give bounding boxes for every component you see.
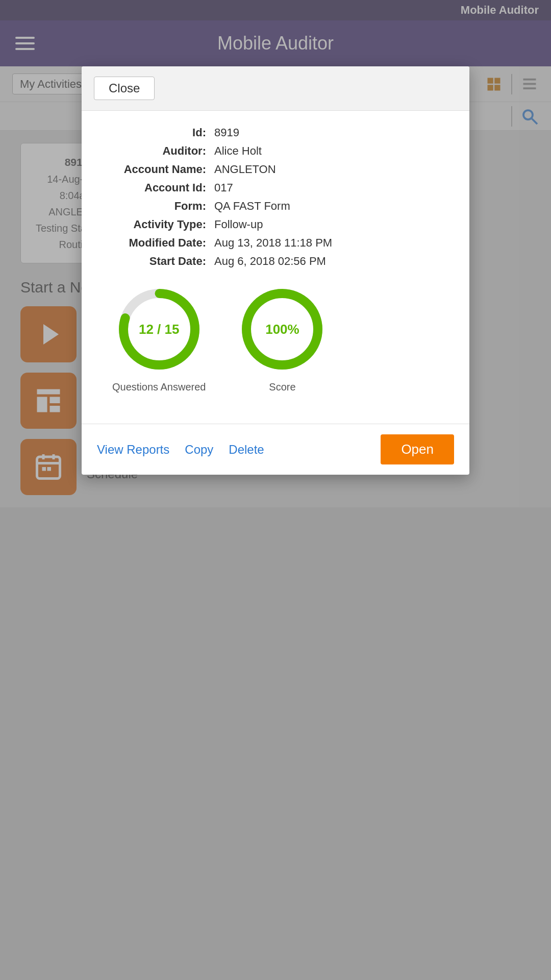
activity-detail-modal: Close Id: 8919 Auditor: Alice Holt Accou… [82,66,469,475]
detail-row-auditor: Auditor: Alice Holt [102,144,449,158]
value-id: 8919 [214,126,239,139]
score-label: Score [269,381,295,393]
close-button[interactable]: Close [94,77,155,100]
delete-button[interactable]: Delete [229,443,264,457]
detail-row-form: Form: QA FAST Form [102,200,449,213]
value-start-date: Aug 6, 2018 02:56 PM [214,255,326,268]
open-button[interactable]: Open [381,434,454,464]
questions-donut: 12 / 15 [113,283,205,375]
detail-row-start-date: Start Date: Aug 6, 2018 02:56 PM [102,255,449,268]
modal-header: Close [82,66,469,111]
value-form: QA FAST Form [214,200,290,213]
detail-row-account-name: Account Name: ANGLETON [102,163,449,176]
value-account-name: ANGLETON [214,163,276,176]
score-value: 100% [265,322,299,337]
detail-row-modified-date: Modified Date: Aug 13, 2018 11:18 PM [102,236,449,250]
label-account-id: Account Id: [102,181,214,194]
modal-overlay: Close Id: 8919 Auditor: Alice Holt Accou… [0,0,551,980]
value-modified-date: Aug 13, 2018 11:18 PM [214,236,332,250]
questions-answered-chart: 12 / 15 Questions Answered [112,283,206,393]
label-form: Form: [102,200,214,213]
label-start-date: Start Date: [102,255,214,268]
detail-table: Id: 8919 Auditor: Alice Holt Account Nam… [102,126,449,268]
detail-row-activity-type: Activity Type: Follow-up [102,218,449,231]
label-id: Id: [102,126,214,139]
charts-row: 12 / 15 Questions Answered 100% [102,283,449,393]
label-modified-date: Modified Date: [102,236,214,250]
view-reports-button[interactable]: View Reports [97,443,169,457]
value-activity-type: Follow-up [214,218,263,231]
score-donut: 100% [236,283,328,375]
label-auditor: Auditor: [102,144,214,158]
detail-row-account-id: Account Id: 017 [102,181,449,194]
label-activity-type: Activity Type: [102,218,214,231]
modal-footer: View Reports Copy Delete Open [82,424,469,475]
label-account-name: Account Name: [102,163,214,176]
score-chart: 100% Score [236,283,328,393]
detail-row-id: Id: 8919 [102,126,449,139]
questions-answered-value: 12 / 15 [139,322,180,337]
value-auditor: Alice Holt [214,144,262,158]
modal-body: Id: 8919 Auditor: Alice Holt Account Nam… [82,111,469,424]
value-account-id: 017 [214,181,233,194]
copy-button[interactable]: Copy [185,443,213,457]
questions-answered-label: Questions Answered [112,381,206,393]
